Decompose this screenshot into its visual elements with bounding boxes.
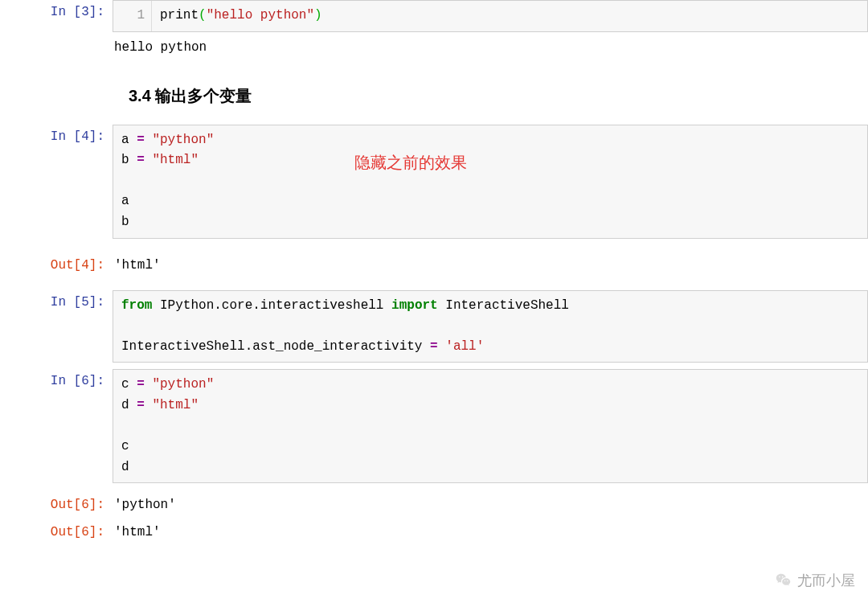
code-input-4[interactable]: a = "python" b = "html" a b隐藏之前的效果: [113, 125, 868, 239]
jupyter-notebook: In [3]: 1 print("hello python") hello py…: [0, 0, 868, 611]
in-prompt-3: In [3]:: [0, 0, 113, 19]
red-annotation: 隐藏之前的效果: [354, 150, 467, 175]
code-cell-5: In [5]: from IPython.core.interactiveshe…: [0, 290, 868, 363]
out-prompt-4: Out[4]:: [0, 253, 113, 273]
out-value-4: 'html': [113, 253, 868, 276]
wechat-icon: [775, 572, 792, 589]
out-value-6b: 'html': [113, 520, 868, 543]
watermark: 尤而小屋: [775, 571, 855, 590]
code-body[interactable]: c = "python" d = "html" c d: [113, 370, 867, 482]
stdout-3: hello python: [113, 35, 868, 58]
out-prompt-6a: Out[6]:: [0, 493, 113, 512]
code-cell-3: In [3]: 1 print("hello python") hello py…: [0, 0, 868, 58]
out-value-6a: 'python': [113, 493, 868, 515]
watermark-text: 尤而小屋: [797, 571, 855, 590]
code-body[interactable]: from IPython.core.interactiveshell impor…: [113, 291, 867, 363]
in-prompt-6: In [6]:: [0, 369, 113, 388]
code-body[interactable]: a = "python" b = "html" a b隐藏之前的效果: [113, 125, 867, 238]
out-prompt-6b: Out[6]:: [0, 520, 113, 539]
in-prompt-4: In [4]:: [0, 125, 113, 144]
in-prompt-5: In [5]:: [0, 290, 113, 310]
code-input-5[interactable]: from IPython.core.interactiveshell impor…: [113, 290, 868, 363]
line-gutter: 1: [113, 1, 152, 31]
code-input-3[interactable]: 1 print("hello python"): [113, 0, 868, 32]
code-cell-6: In [6]: c = "python" d = "html" c d Out[…: [0, 369, 868, 543]
code-body[interactable]: print("hello python"): [152, 1, 867, 31]
section-heading-3-4: 3.4 输出多个变量: [129, 85, 868, 107]
code-input-6[interactable]: c = "python" d = "html" c d: [113, 369, 868, 483]
code-cell-4: In [4]: a = "python" b = "html" a b隐藏之前的…: [0, 125, 868, 276]
